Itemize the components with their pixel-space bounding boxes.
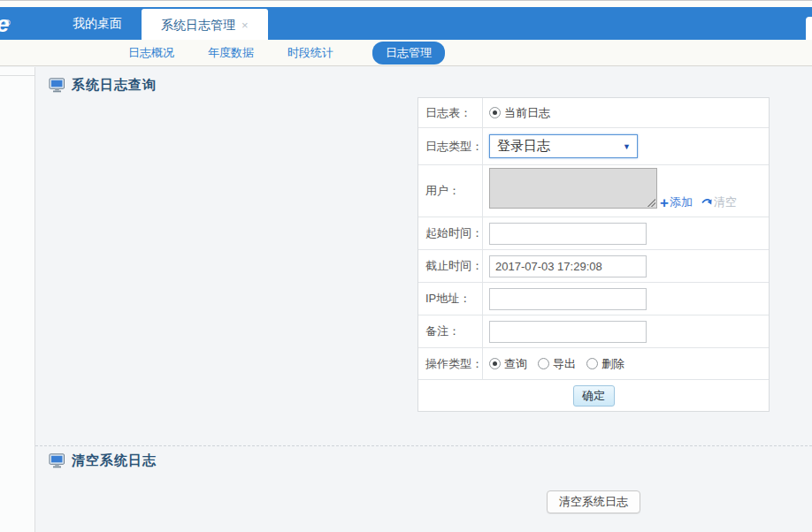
subnav-log-management-active[interactable]: 日志管理	[372, 42, 445, 65]
radio-label: 删除	[601, 356, 624, 372]
registered-mark: ®	[4, 10, 11, 36]
form-row-submit: 确定	[418, 379, 769, 411]
field-label: 备注：	[418, 315, 483, 347]
section-title: 清空系统日志	[72, 452, 157, 469]
form-row-start-time: 起始时间：	[418, 217, 769, 249]
top-strip	[0, 0, 812, 7]
subnav-annual-data[interactable]: 年度数据	[208, 45, 254, 61]
user-textarea[interactable]	[489, 168, 657, 209]
start-time-input[interactable]	[489, 223, 647, 245]
logo: e ®	[0, 11, 9, 37]
clear-user-label: 清空	[714, 194, 737, 210]
subnav-period-stats[interactable]: 时段统计	[287, 45, 333, 61]
section-title: 系统日志查询	[72, 77, 157, 94]
top-bar: e ® 我的桌面 系统日志管理 ×	[0, 7, 812, 40]
add-user-link[interactable]: 添加	[670, 194, 693, 210]
field-label: IP地址：	[418, 283, 483, 315]
form-row-ip: IP地址：	[418, 282, 769, 315]
form-row-user: 用户： + 添加 清空	[418, 164, 769, 217]
resize-handle[interactable]	[647, 199, 655, 207]
radio-label: 查询	[504, 356, 527, 372]
field-label: 截止时间：	[418, 250, 483, 282]
plus-icon: +	[660, 195, 669, 210]
tab-system-log-management[interactable]: 系统日志管理 ×	[142, 9, 268, 40]
radio-delete[interactable]	[586, 358, 598, 369]
form-row-op-type: 操作类型： 查询 导出 删除	[418, 347, 769, 379]
query-form: 日志表： 当前日志 日志类型： 登录日志 ▼ 用户： +	[417, 97, 770, 412]
dropdown-arrow-icon: ▼	[623, 142, 631, 151]
radio-label: 当前日志	[504, 105, 550, 121]
field-label: 起始时间：	[418, 217, 483, 249]
clear-system-logs-button[interactable]: 清空系统日志	[547, 490, 640, 513]
ip-input[interactable]	[489, 288, 647, 310]
radio-label: 导出	[553, 356, 576, 372]
form-row-log-type: 日志类型： 登录日志 ▼	[418, 127, 769, 164]
field-label: 日志表：	[418, 98, 483, 127]
field-label: 日志类型：	[418, 128, 483, 164]
section-divider	[35, 445, 812, 446]
tab-label: 我的桌面	[73, 16, 122, 32]
radio-export[interactable]	[538, 358, 549, 369]
tab-my-desktop[interactable]: 我的桌面	[53, 7, 142, 40]
log-type-select[interactable]: 登录日志 ▼	[489, 134, 638, 158]
form-row-log-table: 日志表： 当前日志	[418, 98, 769, 127]
end-time-input[interactable]	[489, 255, 647, 277]
left-rail	[0, 67, 35, 532]
remark-input[interactable]	[489, 321, 647, 343]
computer-icon	[49, 78, 65, 93]
page: e ® 我的桌面 系统日志管理 × 日志概况 年度数据 时段统计 日志管理	[0, 0, 812, 532]
tab-bar: 我的桌面 系统日志管理 ×	[53, 7, 268, 40]
selected-option: 登录日志	[497, 138, 550, 155]
clear-section-header: 清空系统日志	[49, 452, 157, 469]
curved-arrow-icon	[701, 197, 713, 208]
rail-divider	[0, 75, 35, 76]
computer-icon	[49, 453, 65, 468]
confirm-button[interactable]: 确定	[573, 385, 615, 407]
radio-query[interactable]	[489, 358, 501, 369]
query-section-header: 系统日志查询	[49, 77, 157, 94]
close-icon[interactable]: ×	[241, 19, 249, 31]
radio-current-log[interactable]	[489, 107, 501, 118]
clear-user-link[interactable]: 清空	[701, 194, 737, 210]
form-row-end-time: 截止时间：	[418, 249, 769, 282]
tab-label: 系统日志管理	[161, 18, 235, 34]
subnav: 日志概况 年度数据 时段统计 日志管理	[0, 40, 812, 66]
form-row-remark: 备注：	[418, 315, 769, 347]
subnav-log-overview[interactable]: 日志概况	[128, 45, 174, 61]
field-label: 用户：	[418, 165, 483, 217]
field-label: 操作类型：	[418, 348, 483, 379]
